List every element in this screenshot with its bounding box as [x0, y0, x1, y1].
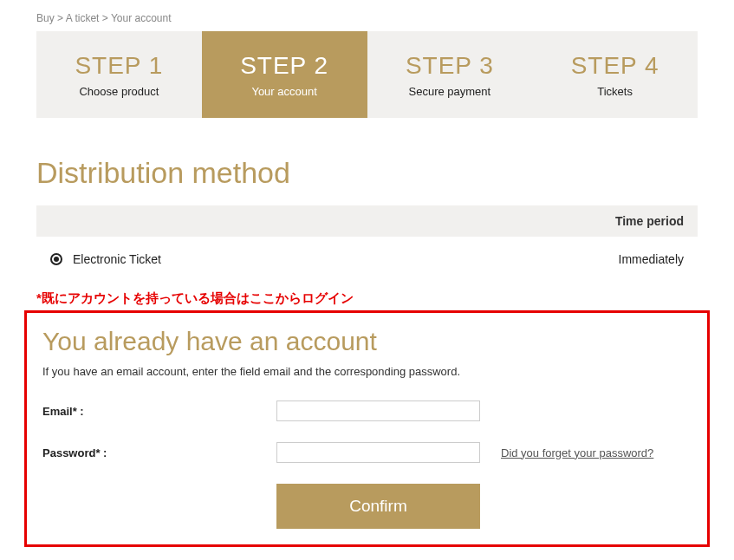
step-1[interactable]: STEP 1 Choose product	[36, 31, 202, 118]
confirm-button[interactable]: Confirm	[276, 484, 480, 529]
breadcrumb-sep: >	[102, 12, 108, 24]
step-sub: Tickets	[597, 85, 633, 98]
breadcrumb-item[interactable]: Buy	[36, 12, 55, 24]
password-row: Password* : Did you forget your password…	[42, 442, 692, 463]
breadcrumb-sep: >	[57, 12, 63, 24]
steps-bar: STEP 1 Choose product STEP 2 Your accoun…	[36, 31, 698, 118]
step-4[interactable]: STEP 4 Tickets	[532, 31, 698, 118]
breadcrumb: Buy > A ticket > Your account	[0, 12, 734, 31]
email-label: Email* :	[42, 405, 276, 418]
step-title: STEP 3	[406, 52, 494, 80]
distribution-heading: Distribution method	[36, 156, 698, 190]
step-title: STEP 1	[75, 52, 163, 80]
account-title: You already have an account	[42, 327, 692, 356]
step-sub: Secure payment	[409, 85, 491, 98]
step-title: STEP 4	[571, 52, 659, 80]
distribution-option-value: Immediately	[619, 252, 684, 266]
account-desc: If you have an email account, enter the …	[42, 365, 692, 378]
password-label: Password* :	[42, 446, 276, 459]
radio-dot-icon	[54, 257, 59, 262]
breadcrumb-item-current: Your account	[111, 12, 172, 24]
distribution-column-header: Time period	[36, 205, 698, 237]
email-field[interactable]	[276, 400, 480, 421]
distribution-row: Electronic Ticket Immediately	[36, 237, 698, 282]
email-row: Email* :	[42, 400, 692, 421]
step-2-active[interactable]: STEP 2 Your account	[202, 31, 367, 118]
existing-account-box: You already have an account If you have …	[24, 310, 710, 547]
forgot-password-link[interactable]: Did you forget your password?	[501, 446, 653, 459]
radio-electronic-ticket[interactable]	[50, 253, 62, 265]
step-sub: Your account	[251, 85, 316, 98]
step-title: STEP 2	[240, 52, 328, 80]
step-3[interactable]: STEP 3 Secure payment	[367, 31, 533, 118]
step-sub: Choose product	[79, 85, 159, 98]
distribution-option-label: Electronic Ticket	[73, 252, 161, 266]
login-notice: *既にアカウントを持っている場合はここからログイン	[36, 290, 698, 307]
breadcrumb-item[interactable]: A ticket	[66, 12, 100, 24]
password-field[interactable]	[276, 442, 480, 463]
